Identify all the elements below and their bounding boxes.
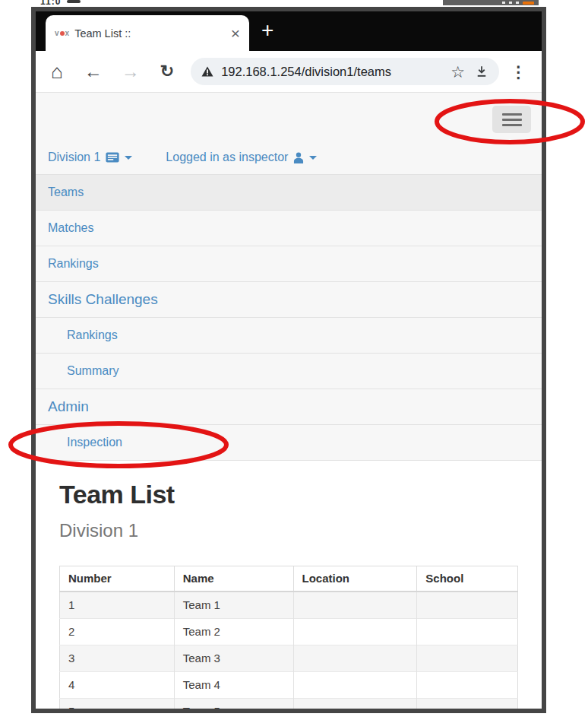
table-row: 5Team 5: [60, 699, 518, 714]
cell-location: [293, 645, 417, 672]
nav-subitem-inspection[interactable]: Inspection: [36, 425, 542, 461]
hamburger-icon: [502, 113, 522, 116]
status-bar-notch-fragment: [67, 0, 81, 3]
person-icon: [293, 152, 304, 163]
cell-location: [293, 619, 417, 645]
cell-location: [293, 592, 417, 619]
reload-icon[interactable]: ↻: [160, 63, 174, 80]
column-header-name: Name: [174, 566, 293, 592]
signal-icon: [502, 2, 505, 4]
browser-toolbar: ⌂ ← → ↻ 192.168.1.254/division1/teams ☆ …: [36, 51, 542, 92]
home-icon[interactable]: ⌂: [51, 62, 63, 81]
cell-school: [417, 672, 518, 699]
bookmark-star-icon[interactable]: ☆: [450, 64, 465, 80]
cell-number: 3: [60, 645, 175, 672]
user-dropdown[interactable]: Logged in as inspector: [166, 151, 317, 164]
cell-school: [417, 645, 518, 672]
download-icon[interactable]: [475, 65, 488, 78]
table-row: 3Team 3: [60, 645, 518, 672]
address-bar[interactable]: 192.168.1.254/division1/teams ☆: [191, 58, 499, 85]
nav-header: Division 1 Logged in as inspector: [36, 93, 542, 174]
column-header-number: Number: [60, 566, 175, 592]
division-dropdown-label: Division 1: [48, 151, 100, 164]
cell-name: Team 1: [174, 592, 293, 619]
menu-button[interactable]: [492, 106, 531, 133]
battery-icon: [523, 2, 534, 5]
cell-name: Team 2: [174, 619, 293, 645]
new-tab-button[interactable]: +: [261, 21, 273, 40]
forward-icon: →: [122, 62, 140, 81]
cell-name: Team 3: [174, 645, 293, 672]
status-bar-time-fragment: 11:0: [40, 0, 131, 7]
division-dropdown[interactable]: Division 1: [48, 151, 132, 164]
cell-location: [293, 699, 417, 714]
browser-tab[interactable]: vx Team List :: ×: [46, 15, 249, 51]
cell-number: 5: [60, 699, 175, 714]
vex-favicon-icon: vx: [55, 29, 69, 37]
cell-school: [417, 699, 518, 714]
table-row: 4Team 4: [60, 672, 518, 699]
status-bar-icons-fragment: [443, 0, 539, 5]
column-header-school: School: [417, 566, 518, 592]
tab-title: Team List ::: [74, 27, 225, 40]
warning-triangle-icon: [201, 66, 213, 77]
screenshot-root: { "status_strip": { "time_fragment": "11…: [0, 0, 588, 720]
page-title: Team List: [59, 480, 518, 509]
nav-item-rankings[interactable]: Rankings: [36, 246, 542, 282]
team-table: NumberNameLocationSchool 1Team 12Team 23…: [59, 566, 518, 713]
cell-number: 1: [60, 592, 175, 619]
cell-name: Team 4: [174, 672, 293, 699]
cell-number: 2: [60, 619, 175, 645]
browser-menu-icon[interactable]: ⋮: [511, 64, 526, 80]
chevron-down-icon: [309, 156, 317, 160]
column-header-location: Location: [293, 566, 417, 592]
user-dropdown-label: Logged in as inspector: [166, 151, 288, 164]
cell-location: [293, 672, 417, 699]
back-icon[interactable]: ←: [84, 62, 103, 81]
signal-icon: [516, 2, 519, 4]
table-header-row: NumberNameLocationSchool: [60, 566, 518, 592]
nav-item-matches[interactable]: Matches: [36, 211, 542, 246]
cell-number: 4: [60, 672, 175, 699]
screenshot-frame: vx Team List :: × + ⌂ ← → ↻ 192.168.1.25…: [31, 7, 546, 713]
nav-subitem-summary[interactable]: Summary: [36, 354, 542, 389]
list-icon: [106, 152, 119, 163]
chevron-down-icon: [125, 156, 132, 160]
page-subtitle: Division 1: [59, 520, 518, 541]
main-content: Team List Division 1 NumberNameLocationS…: [36, 461, 542, 713]
url-text[interactable]: 192.168.1.254/division1/teams: [221, 65, 450, 79]
browser-tab-strip: vx Team List :: × +: [36, 11, 542, 51]
wifi-icon: [509, 2, 512, 4]
cell-school: [417, 619, 518, 645]
table-row: 2Team 2: [60, 619, 518, 645]
cell-school: [417, 592, 518, 619]
nav-item-skills-challenges[interactable]: Skills Challenges: [36, 282, 542, 318]
nav-item-teams[interactable]: Teams: [36, 175, 542, 211]
tab-close-icon[interactable]: ×: [231, 25, 240, 41]
nav-menu: TeamsMatchesRankingsSkills ChallengesRan…: [36, 174, 542, 461]
nav-item-admin[interactable]: Admin: [36, 389, 542, 425]
table-row: 1Team 1: [60, 592, 518, 619]
page-nav-area: Division 1 Logged in as inspector: [36, 93, 542, 461]
cell-name: Team 5: [174, 699, 293, 714]
nav-subitem-rankings[interactable]: Rankings: [36, 318, 542, 354]
